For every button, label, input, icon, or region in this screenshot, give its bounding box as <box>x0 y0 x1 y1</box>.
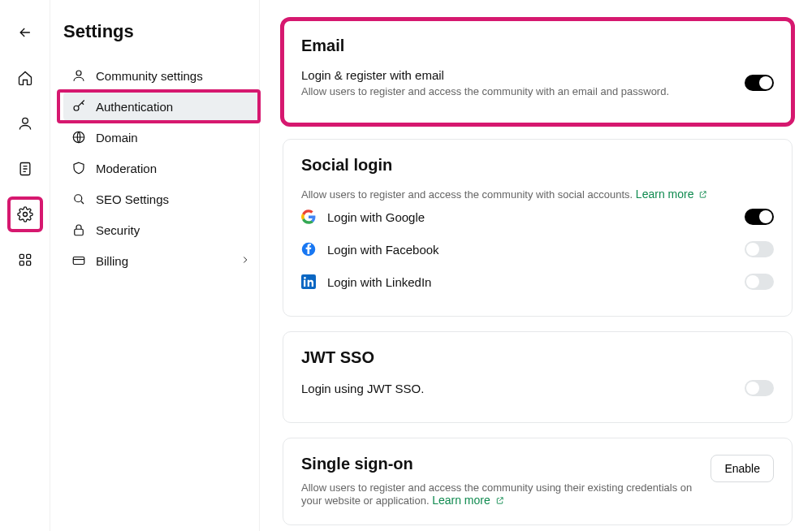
shield-icon <box>71 161 86 175</box>
toggle-google[interactable] <box>745 209 774 225</box>
toggle-linkedin[interactable] <box>745 274 774 290</box>
sidebar-item-label: Billing <box>96 254 128 268</box>
toggle-facebook[interactable] <box>745 241 774 257</box>
svg-point-8 <box>74 106 79 110</box>
arrow-left-icon <box>17 24 33 41</box>
sidebar-item-authentication[interactable]: Authentication <box>63 91 259 122</box>
card-heading: Social login <box>301 156 774 175</box>
row-facebook: Login with Facebook <box>301 233 774 266</box>
nav-apps[interactable] <box>9 244 41 276</box>
sidebar-item-label: Moderation <box>96 162 157 175</box>
sso-enable-button[interactable]: Enable <box>710 455 774 482</box>
card-jwt: JWT SSO Login using JWT SSO. <box>283 331 793 423</box>
svg-point-2 <box>23 213 27 217</box>
row-google: Login with Google <box>301 201 774 233</box>
toggle-jwt[interactable] <box>745 380 774 396</box>
nav-people[interactable] <box>9 107 41 140</box>
facebook-icon <box>301 242 316 257</box>
card-heading: JWT SSO <box>301 348 774 367</box>
svg-rect-11 <box>75 229 84 235</box>
svg-point-10 <box>75 195 82 202</box>
svg-rect-6 <box>26 261 30 266</box>
provider-label: Login with LinkedIn <box>327 275 431 289</box>
sso-desc: Allow users to register and access the c… <box>301 481 710 507</box>
svg-point-7 <box>76 71 81 76</box>
key-icon <box>71 99 86 114</box>
card-icon <box>71 253 86 268</box>
settings-sidebar: Settings Community settings Authenticati… <box>50 0 260 531</box>
sidebar-item-billing[interactable]: Billing <box>63 245 259 276</box>
nav-content[interactable] <box>9 153 41 185</box>
settings-menu: Community settings Authentication Domain… <box>63 60 259 276</box>
nav-home[interactable] <box>9 62 41 94</box>
svg-rect-4 <box>26 254 30 258</box>
chevron-right-icon <box>240 254 251 268</box>
card-heading: Single sign-on <box>301 455 710 473</box>
sidebar-item-domain[interactable]: Domain <box>63 122 259 153</box>
google-icon <box>301 209 316 224</box>
social-desc: Allow users to register and access the c… <box>301 188 774 201</box>
sidebar-item-community[interactable]: Community settings <box>63 60 259 91</box>
row-linkedin: Login with LinkedIn <box>301 266 774 298</box>
svg-point-0 <box>22 118 28 123</box>
sso-learn-more-link[interactable]: Learn more <box>432 494 503 507</box>
card-social-login: Social login Allow users to register and… <box>283 139 793 317</box>
toggle-email-login[interactable] <box>745 75 774 91</box>
external-link-icon <box>698 190 707 199</box>
nav-settings[interactable] <box>9 198 41 231</box>
external-link-icon <box>495 496 504 505</box>
sidebar-item-label: Domain <box>96 131 138 145</box>
search-icon <box>71 192 86 206</box>
jwt-desc: Login using JWT SSO. <box>301 382 424 395</box>
svg-rect-3 <box>19 254 24 258</box>
email-login-title: Login & register with email <box>301 68 669 82</box>
user-icon <box>17 115 33 132</box>
sidebar-item-label: Authentication <box>96 100 173 114</box>
sidebar-item-label: Community settings <box>96 69 203 83</box>
main-content: Email Login & register with email Allow … <box>260 0 812 531</box>
sidebar-item-security[interactable]: Security <box>63 214 259 245</box>
document-icon <box>17 161 33 177</box>
sidebar-item-label: Security <box>96 223 140 237</box>
icon-rail <box>0 0 50 531</box>
email-login-sub: Allow users to register and access the c… <box>301 85 669 97</box>
card-email: Email Login & register with email Allow … <box>283 19 793 124</box>
lock-icon <box>71 222 86 237</box>
globe-icon <box>71 130 86 145</box>
sidebar-item-seo[interactable]: SEO Settings <box>63 183 259 214</box>
sidebar-item-label: SEO Settings <box>96 192 169 206</box>
linkedin-icon <box>301 274 316 289</box>
user-icon <box>71 68 86 83</box>
home-icon <box>17 70 33 86</box>
card-heading: Email <box>301 37 774 55</box>
gear-icon <box>17 206 33 222</box>
provider-label: Login with Facebook <box>327 243 439 257</box>
back-button[interactable] <box>9 16 41 49</box>
sidebar-title: Settings <box>63 21 259 42</box>
sidebar-item-moderation[interactable]: Moderation <box>63 153 259 183</box>
svg-rect-5 <box>19 261 24 266</box>
social-learn-more-link[interactable]: Learn more <box>636 188 707 201</box>
apps-icon <box>17 252 33 268</box>
svg-rect-12 <box>73 257 84 265</box>
provider-label: Login with Google <box>327 210 425 224</box>
card-sso: Single sign-on Allow users to register a… <box>283 438 793 525</box>
